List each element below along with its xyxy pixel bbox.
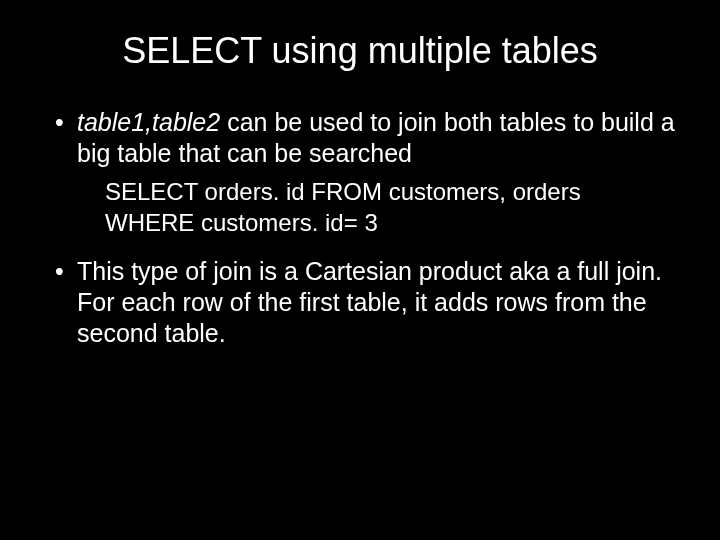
bullet-1-italic: table1,table2	[77, 108, 220, 136]
bullet-2-text: This type of join is a Cartesian product…	[77, 257, 662, 348]
slide: SELECT using multiple tables table1,tabl…	[0, 0, 720, 540]
code-line-1: SELECT orders. id FROM customers, orders	[105, 176, 680, 207]
bullet-list: table1,table2 can be used to join both t…	[30, 107, 690, 350]
slide-title: SELECT using multiple tables	[30, 30, 690, 72]
bullet-item-1: table1,table2 can be used to join both t…	[55, 107, 680, 238]
code-block: SELECT orders. id FROM customers, orders…	[105, 176, 680, 238]
code-line-2: WHERE customers. id= 3	[105, 207, 680, 238]
bullet-item-2: This type of join is a Cartesian product…	[55, 256, 680, 350]
